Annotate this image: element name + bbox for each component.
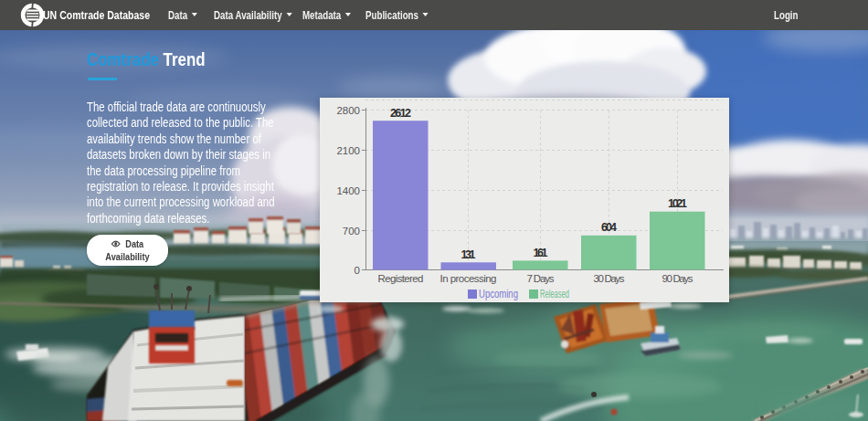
- svg-text:2612: 2612: [390, 107, 411, 120]
- svg-text:Registered: Registered: [378, 273, 424, 284]
- svg-text:161: 161: [534, 247, 548, 259]
- svg-text:1021: 1021: [668, 197, 687, 210]
- svg-text:In processing: In processing: [440, 273, 497, 284]
- svg-text:0: 0: [355, 265, 360, 276]
- svg-text:90 Days: 90 Days: [662, 273, 693, 284]
- svg-text:Upcoming: Upcoming: [479, 288, 518, 300]
- svg-text:7 Days: 7 Days: [527, 273, 555, 284]
- svg-text:604: 604: [601, 221, 617, 234]
- svg-text:2100: 2100: [336, 145, 360, 156]
- svg-text:131: 131: [461, 248, 476, 261]
- svg-text:Released: Released: [540, 288, 569, 300]
- svg-text:2800: 2800: [336, 105, 360, 116]
- svg-text:1400: 1400: [336, 185, 360, 196]
- svg-text:30 Days: 30 Days: [594, 273, 625, 284]
- svg-text:700: 700: [343, 226, 360, 237]
